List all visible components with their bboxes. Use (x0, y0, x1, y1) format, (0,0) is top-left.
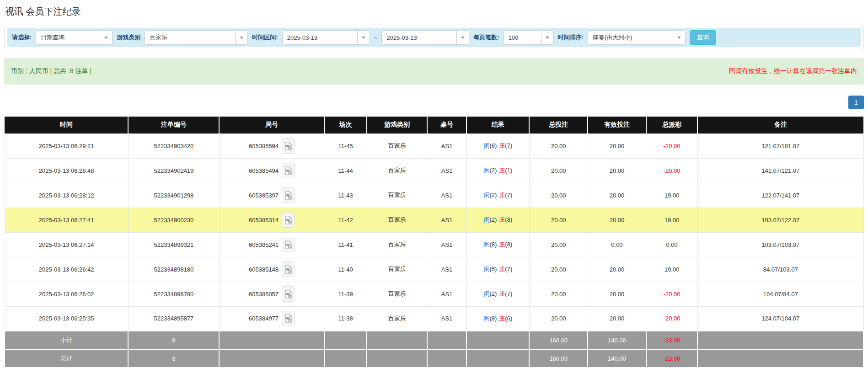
summary-bar: 币别 : 人民币 | 总共 :8 注单 | 同局有效投注，统一计算在该局第一张注… (4, 58, 864, 85)
cell-remark: 104.07/84.07 (697, 282, 863, 306)
cell-game: 百家乐 (367, 232, 427, 257)
cell-session: 11-38 (324, 306, 367, 331)
cell-payout: 19.00 (646, 208, 698, 232)
round-number: 605385241 (249, 241, 279, 248)
query-type-select[interactable]: 日期查询 (36, 30, 113, 45)
cell-valid-bet: 20.00 (588, 158, 646, 183)
cell-total-bet[interactable]: 20.00 (529, 257, 588, 282)
cell-time: 2025-03-13 06:28:48 (5, 158, 128, 183)
grand-total-row: 总计 8 160.00 140.00 -23.00 (5, 349, 863, 368)
table-row: 2025-03-13 06:28:48 522334902419 6053854… (5, 158, 863, 183)
result-banker: 庄 (499, 142, 505, 149)
video-file-icon[interactable] (282, 237, 295, 252)
table-row: 2025-03-13 06:28:12 522334901298 6053853… (5, 183, 863, 208)
result-banker: 庄 (499, 167, 505, 174)
cell-session: 11-40 (324, 257, 367, 282)
cell-total-bet[interactable]: 20.00 (529, 208, 588, 232)
cell-game: 百家乐 (367, 282, 427, 306)
cell-remark: 122.07/141.07 (697, 183, 863, 208)
cell-game: 百家乐 (367, 208, 427, 232)
subtotal-row: 小计 8 160.00 140.00 -23.00 (5, 331, 863, 349)
video-file-icon[interactable] (282, 163, 295, 178)
video-file-icon[interactable] (282, 311, 295, 326)
chevron-down-icon (357, 31, 370, 44)
cell-total-bet[interactable]: 20.00 (529, 306, 588, 331)
cell-session: 11-44 (324, 158, 367, 183)
cell-bet-no: 522334896780 (128, 282, 219, 306)
cell-time: 2025-03-13 06:27:14 (5, 232, 128, 257)
result-player-count: (2) (489, 192, 497, 198)
range-separator: ~ (374, 34, 378, 41)
time-range-label: 时间区间: (252, 33, 278, 42)
table-row: 2025-03-13 06:26:02 522334896780 6053850… (5, 282, 863, 306)
round-number: 605385594 (249, 143, 279, 149)
cell-total-bet[interactable]: 20.00 (529, 232, 588, 257)
table-row: 2025-03-13 06:27:41 522334900230 6053853… (5, 208, 863, 232)
query-button[interactable]: 查询 (690, 30, 716, 45)
video-file-icon[interactable] (282, 187, 295, 203)
cell-round-no: 605385397 (219, 183, 324, 208)
cell-table-no: AS1 (427, 208, 466, 232)
date-to-select[interactable]: 2025-03-13 (381, 30, 469, 45)
result-banker: 庄 (499, 241, 505, 248)
table-row: 2025-03-13 06:25:35 522334895877 6053849… (5, 306, 863, 331)
cell-round-no: 605385241 (219, 232, 324, 257)
query-type-value: 日期查询 (36, 33, 100, 42)
game-category-select[interactable]: 百家乐 (145, 30, 248, 45)
game-category-label: 游戏类别 (117, 33, 140, 42)
date-from-value: 2025-03-13 (283, 34, 357, 41)
cell-session: 11-42 (324, 208, 367, 232)
cell-total-bet[interactable]: 20.00 (529, 133, 588, 158)
cell-result: 闲(2)庄(8) (466, 208, 529, 232)
grand-total-count: 8 (128, 349, 219, 368)
cell-bet-no: 522334895877 (128, 306, 219, 331)
cell-game: 百家乐 (367, 257, 427, 282)
video-file-icon[interactable] (282, 212, 295, 228)
video-file-icon[interactable] (282, 261, 295, 277)
table-row: 2025-03-13 06:29:21 522334903420 6053855… (5, 133, 863, 158)
result-player-count: (8) (489, 315, 497, 322)
cell-result: 闲(6)庄(7) (466, 133, 529, 158)
cell-game: 百家乐 (367, 158, 427, 183)
cell-total-bet[interactable]: 20.00 (529, 282, 588, 306)
col-header-time: 时间 (5, 117, 128, 133)
cell-payout: -20.00 (646, 306, 698, 331)
cell-round-no: 605384977 (219, 306, 324, 331)
pagination-page-1[interactable]: 1 (848, 96, 864, 109)
cell-remark: 103.07/103.07 (697, 232, 863, 257)
result-banker-count: (7) (505, 192, 512, 198)
cell-payout: 0.00 (646, 232, 698, 257)
cell-total-bet[interactable]: 20.00 (529, 158, 588, 183)
cell-result: 闲(2)庄(1) (466, 158, 529, 183)
cell-total-bet[interactable]: 20.00 (529, 183, 588, 208)
time-sort-select[interactable]: 降冪(由大到小) (588, 30, 686, 45)
result-banker: 庄 (499, 216, 505, 223)
cell-round-no: 605385057 (219, 282, 324, 306)
col-header-valid-bet: 有效投注 (588, 117, 646, 133)
time-sort-value: 降冪(由大到小) (588, 33, 673, 42)
result-player: 闲 (483, 192, 489, 198)
grand-total-valid-bet: 140.00 (588, 349, 646, 368)
cell-bet-no: 522334903420 (128, 133, 219, 158)
video-file-icon[interactable] (282, 138, 295, 154)
date-from-select[interactable]: 2025-03-13 (282, 30, 370, 45)
result-player-count: (2) (489, 167, 497, 174)
cell-payout: -20.00 (646, 133, 698, 158)
video-file-icon[interactable] (282, 286, 295, 302)
result-banker-count: (8) (505, 216, 512, 223)
col-header-round-no: 局号 (219, 117, 324, 133)
summary-currency-count: 币别 : 人民币 | 总共 :8 注单 | (11, 67, 91, 75)
col-header-game: 游戏类别 (367, 117, 427, 133)
cell-game: 百家乐 (367, 183, 427, 208)
cell-payout: 19.00 (646, 183, 698, 208)
cell-session: 11-43 (324, 183, 367, 208)
result-banker: 庄 (499, 290, 505, 297)
cell-payout: -20.00 (646, 282, 698, 306)
col-header-bet-no: 注单编号 (128, 117, 219, 133)
time-sort-label: 时间排序: (558, 33, 584, 42)
cell-result: 闲(2)庄(7) (466, 183, 529, 208)
cell-time: 2025-03-13 06:27:41 (5, 208, 128, 232)
page-size-select[interactable]: 100 (504, 30, 554, 45)
grand-total-label: 总计 (5, 349, 128, 368)
result-player-count: (2) (489, 290, 497, 297)
